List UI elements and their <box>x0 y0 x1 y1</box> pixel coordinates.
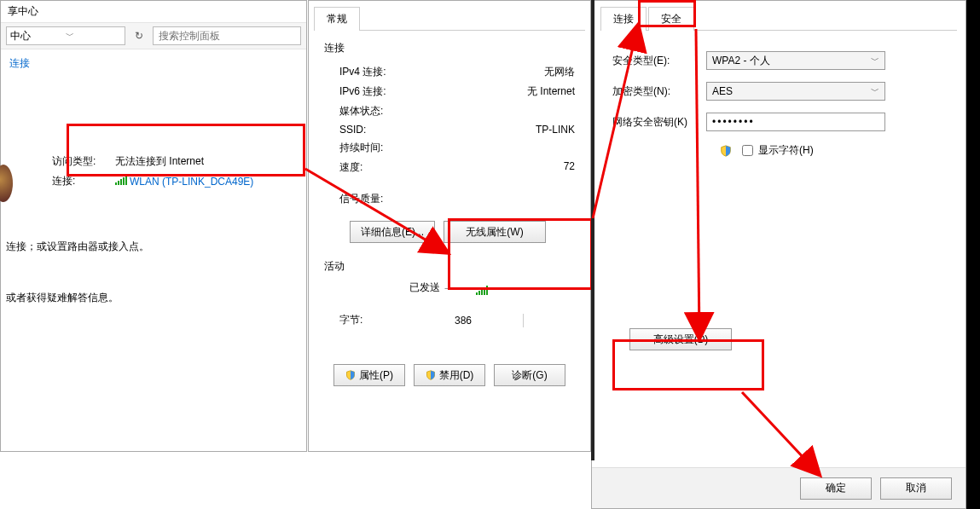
sent-label: 已发送 <box>409 281 440 295</box>
signal-quality-label: 信号质量: <box>339 192 383 206</box>
properties-button[interactable]: 属性(P) <box>333 364 405 386</box>
shield-icon <box>720 145 732 157</box>
window-title: 享中心 <box>1 1 306 23</box>
cancel-button[interactable]: 取消 <box>880 477 952 500</box>
wlan-status-dialog: 常规 连接 IPv4 连接:无网络 IPv6 连接:无 Internet 媒体状… <box>308 0 591 452</box>
media-state-label: 媒体状态: <box>339 104 383 119</box>
dialog-footer: 确定 取消 <box>592 467 966 508</box>
signal-icon <box>476 286 488 295</box>
hint-text-1: 连接；或设置路由器或接入点。 <box>6 240 149 254</box>
signal-icon <box>115 176 127 185</box>
network-key-label: 网络安全密钥(K) <box>612 115 706 130</box>
network-info-block: 访问类型: 无法连接到 Internet 连接: WLAN (TP-LINK_D… <box>1 137 306 202</box>
access-type-label: 访问类型: <box>52 154 103 169</box>
wireless-properties-dialog: 连接 安全 安全类型(E): WPA2 - 个人 ﹀ 加密类型(N): AES … <box>591 0 966 509</box>
section-activity-label: 活动 <box>324 259 575 274</box>
chevron-down-icon[interactable]: ﹀ <box>66 30 121 42</box>
show-characters-label: 显示字符(H) <box>758 143 814 158</box>
shield-icon <box>426 370 436 380</box>
details-button[interactable]: 详细信息(E)... <box>350 221 435 243</box>
dark-divider <box>591 0 594 460</box>
encryption-type-value: AES <box>712 85 733 97</box>
section-connection-label: 连接 <box>324 41 575 55</box>
bytes-sent-value: 386 <box>455 315 472 327</box>
ok-button[interactable]: 确定 <box>800 477 872 500</box>
security-type-label: 安全类型(E): <box>612 54 706 68</box>
disable-button[interactable]: 禁用(D) <box>414 364 485 386</box>
network-key-input[interactable] <box>706 113 885 131</box>
access-type-value: 无法连接到 Internet <box>115 154 204 169</box>
search-box[interactable] <box>153 26 301 45</box>
ssid-label: SSID: <box>339 124 366 136</box>
network-center-window: 享中心 中心 ﹀ ↻ 连接 访问类型: 无法连接到 Internet 连接: W… <box>0 0 307 452</box>
speed-label: 速度: <box>339 160 362 175</box>
ipv4-value: 无网络 <box>544 65 575 79</box>
encryption-type-label: 加密类型(N): <box>612 84 706 99</box>
black-right-edge <box>966 0 980 509</box>
chevron-down-icon[interactable]: ﹀ <box>871 85 879 97</box>
security-type-value: WPA2 - 个人 <box>712 54 770 68</box>
ssid-value: TP-LINK <box>536 124 575 136</box>
tab-connection[interactable]: 连接 <box>600 7 647 31</box>
tab-security[interactable]: 安全 <box>648 7 694 31</box>
connections-label: 连接: <box>52 174 103 188</box>
ipv6-value: 无 Internet <box>527 84 575 99</box>
connection-link[interactable]: 连接 <box>1 49 306 78</box>
shield-icon <box>345 370 356 380</box>
duration-label: 持续时间: <box>339 141 383 155</box>
address-text: 中心 <box>10 29 66 43</box>
wlan-connection-link[interactable]: WLAN (TP-LINK_DCA49E) <box>115 176 253 188</box>
toolbar: 中心 ﹀ ↻ <box>1 23 306 49</box>
chevron-down-icon[interactable]: ﹀ <box>871 55 879 67</box>
search-input[interactable] <box>154 27 300 44</box>
address-bar[interactable]: 中心 ﹀ <box>6 26 125 45</box>
ipv4-label: IPv4 连接: <box>339 65 386 79</box>
encryption-type-combo[interactable]: AES ﹀ <box>706 82 885 101</box>
refresh-icon[interactable]: ↻ <box>130 27 148 44</box>
diagnose-button[interactable]: 诊断(G) <box>494 364 565 386</box>
hint-text-2: 或者获得疑难解答信息。 <box>6 291 119 305</box>
advanced-settings-button[interactable]: 高级设置(D) <box>629 328 732 350</box>
security-type-combo[interactable]: WPA2 - 个人 ﹀ <box>706 51 885 70</box>
bytes-label: 字节: <box>339 313 362 327</box>
show-characters-checkbox[interactable] <box>742 145 753 156</box>
ipv6-label: IPv6 连接: <box>339 84 386 99</box>
tab-general[interactable]: 常规 <box>314 7 360 31</box>
divider <box>523 314 524 327</box>
wireless-properties-button[interactable]: 无线属性(W) <box>444 221 546 243</box>
speed-value: 72 <box>564 160 575 175</box>
